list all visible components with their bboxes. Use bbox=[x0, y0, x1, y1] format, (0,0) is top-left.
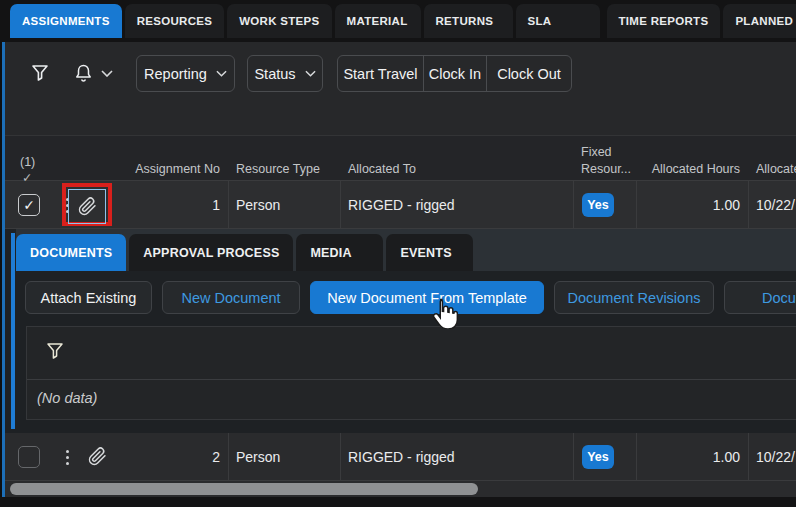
red-highlight-box bbox=[62, 183, 112, 226]
cell-allocated-hours: 1.00 bbox=[628, 433, 740, 480]
table-row[interactable]: ✓ 1 Person RIGGED - rigged Yes 1.00 10/2… bbox=[5, 181, 796, 229]
notification-bell-icon[interactable] bbox=[75, 64, 92, 83]
cell-allocated-to: RIGGED - rigged bbox=[348, 433, 455, 480]
top-tab-bar: ASSIGNMENTS RESOURCES WORK STEPS MATERIA… bbox=[0, 0, 796, 42]
detail-tab-media[interactable]: MEDIA bbox=[296, 234, 383, 271]
table-header: (1) ✓ Assignment No Resource Type Alloca… bbox=[5, 135, 796, 181]
attach-existing-button[interactable]: Attach Existing bbox=[25, 281, 152, 314]
col-resource-type[interactable]: Resource Type bbox=[236, 161, 320, 177]
tab-work-steps[interactable]: WORK STEPS bbox=[227, 4, 331, 38]
row-checkbox[interactable] bbox=[18, 446, 40, 468]
document-revisions-button[interactable]: Document Revisions bbox=[554, 281, 714, 314]
fixed-resource-badge: Yes bbox=[582, 193, 614, 217]
documents-grid: (No data) bbox=[26, 326, 796, 420]
status-dropdown[interactable]: Status bbox=[247, 55, 323, 92]
tab-planned-cost[interactable]: PLANNED COST AM bbox=[723, 4, 796, 38]
col-fixed-resource-line1[interactable]: Fixed bbox=[581, 144, 612, 160]
cell-allocated-date: 10/22/ bbox=[756, 181, 795, 228]
reporting-dropdown[interactable]: Reporting bbox=[136, 55, 235, 92]
cell-assignment-no: 1 bbox=[108, 181, 220, 228]
clock-out-button[interactable]: Clock Out bbox=[486, 56, 571, 91]
col-allocated-to[interactable]: Allocated To bbox=[348, 161, 416, 177]
chevron-down-icon bbox=[305, 70, 316, 77]
detail-tab-documents[interactable]: DOCUMENTS bbox=[16, 234, 126, 271]
paperclip-icon bbox=[88, 447, 107, 466]
row-checkbox[interactable]: ✓ bbox=[18, 194, 40, 216]
filter-icon[interactable] bbox=[32, 65, 48, 82]
tab-sla[interactable]: SLA bbox=[516, 4, 600, 38]
grid-divider bbox=[27, 379, 796, 380]
reporting-label: Reporting bbox=[144, 66, 207, 82]
detail-panel: DOCUMENTS APPROVAL PROCESS MEDIA EVENTS … bbox=[5, 229, 796, 433]
tab-time-reports[interactable]: TIME REPORTS bbox=[607, 4, 721, 38]
horizontal-scrollbar[interactable] bbox=[5, 481, 796, 497]
fixed-resource-badge: Yes bbox=[582, 445, 614, 469]
table-row[interactable]: 2 Person RIGGED - rigged Yes 1.00 10/22/ bbox=[5, 433, 796, 481]
tab-returns[interactable]: RETURNS bbox=[424, 4, 513, 38]
bottom-edge bbox=[0, 497, 796, 507]
mouse-hand-cursor bbox=[430, 297, 458, 333]
tab-resources[interactable]: RESOURCES bbox=[125, 4, 225, 38]
cell-allocated-hours: 1.00 bbox=[628, 181, 740, 228]
status-label: Status bbox=[254, 66, 295, 82]
detail-tab-approval-process[interactable]: APPROVAL PROCESS bbox=[129, 234, 293, 271]
paperclip-icon bbox=[78, 197, 97, 216]
app-window: ASSIGNMENTS RESOURCES WORK STEPS MATERIA… bbox=[0, 0, 796, 507]
col-allocated-date[interactable]: Allocate bbox=[756, 161, 796, 177]
detail-accent-border bbox=[11, 233, 15, 429]
cell-assignment-no: 2 bbox=[108, 433, 220, 480]
cell-allocated-date: 10/22/ bbox=[756, 433, 795, 480]
clock-in-button[interactable]: Clock In bbox=[423, 56, 486, 91]
col-assignment-no[interactable]: Assignment No bbox=[108, 161, 220, 177]
cell-resource-type: Person bbox=[236, 181, 280, 228]
tab-material[interactable]: MATERIAL bbox=[335, 4, 421, 38]
tab-assignments[interactable]: ASSIGNMENTS bbox=[10, 4, 122, 38]
row-menu-icon[interactable] bbox=[60, 445, 74, 469]
toolbar: Reporting Status Start Travel Clock In C… bbox=[5, 55, 796, 92]
attachment-cell[interactable] bbox=[88, 447, 107, 470]
new-document-button[interactable]: New Document bbox=[162, 281, 300, 314]
filter-icon[interactable] bbox=[47, 343, 63, 364]
detail-tab-strip: DOCUMENTS APPROVAL PROCESS MEDIA EVENTS bbox=[16, 229, 796, 271]
col-fixed-resource-line2[interactable]: Resour... bbox=[581, 161, 631, 177]
chevron-down-icon bbox=[216, 70, 227, 77]
selection-count: (1) bbox=[20, 154, 35, 170]
clock-button-group: Start Travel Clock In Clock Out bbox=[337, 55, 572, 92]
col-allocated-hours[interactable]: Allocated Hours bbox=[628, 161, 740, 177]
start-travel-button[interactable]: Start Travel bbox=[338, 56, 423, 91]
attachment-cell[interactable] bbox=[68, 189, 106, 224]
scrollbar-thumb[interactable] bbox=[10, 483, 478, 495]
new-document-from-template-button[interactable]: New Document From Template bbox=[310, 281, 544, 314]
detail-tab-events[interactable]: EVENTS bbox=[386, 234, 473, 271]
cell-resource-type: Person bbox=[236, 433, 280, 480]
bell-chevron-down-icon[interactable] bbox=[101, 70, 113, 77]
no-data-text: (No data) bbox=[37, 390, 97, 406]
document-more-button[interactable]: Docume bbox=[724, 281, 796, 314]
cell-allocated-to: RIGGED - rigged bbox=[348, 181, 455, 228]
document-actions: Attach Existing New Document New Documen… bbox=[25, 281, 796, 314]
